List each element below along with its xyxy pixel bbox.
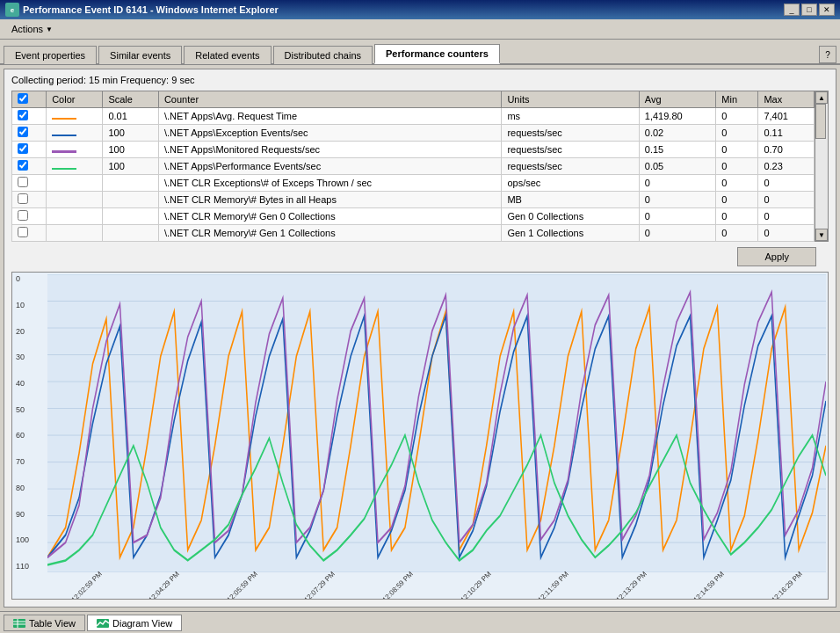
select-all-checkbox[interactable] [18,93,28,104]
x-axis-label: 12:14:59 PM [692,570,726,600]
window-title: Performance Event ID 6141 - Windows Inte… [23,4,279,15]
row-checkbox-5[interactable] [18,193,28,204]
cell-counter-1: \.NET Apps\Exception Events/sec [158,125,501,142]
bottom-tab-diagram-view[interactable]: Diagram View [87,615,182,631]
row-checkbox-7[interactable] [18,227,28,237]
row-checkbox-1[interactable] [18,127,28,137]
cell-counter-4: \.NET CLR Exceptions\# of Exceps Thrown … [158,175,501,192]
counter-table: Color Scale Counter Units Avg Min Max 0.… [11,91,815,242]
x-axis-label: 12:07:29 PM [303,570,337,600]
cell-counter-5: \.NET CLR Memory\# Bytes in all Heaps [158,192,501,208]
scroll-up-button[interactable]: ▲ [815,91,828,104]
tab-event-properties[interactable]: Event properties [4,46,97,64]
table-row: 100\.NET Apps\Exception Events/secreques… [12,125,815,142]
y-axis-label: 90 [16,510,44,519]
cell-units-5: MB [502,192,639,208]
table-row: 100\.NET Apps\Monitored Requests/secrequ… [12,142,815,158]
col-header-units: Units [502,91,639,108]
cell-min-1: 0 [716,125,758,142]
x-axis-label: 12:04:29 PM [148,570,181,600]
col-header-counter: Counter [158,91,501,108]
table-scrollbar: ▲ ▼ [815,91,829,242]
cell-units-2: requests/sec [502,142,639,158]
row-checkbox-4[interactable] [18,177,28,187]
tab-event-properties-label: Event properties [15,50,85,61]
minimize-button[interactable]: _ [784,4,800,16]
cell-scale-2: 100 [103,142,159,158]
chart-area [47,274,826,572]
table-row: \.NET CLR Memory\# Gen 1 CollectionsGen … [12,225,815,242]
table-row: 0.01\.NET Apps\Avg. Request Timems1,419.… [12,108,815,125]
bottom-tabs: Table View Diagram View [0,611,840,633]
cell-counter-7: \.NET CLR Memory\# Gen 1 Collections [158,225,501,242]
y-axis-label: 110 [16,562,44,571]
cell-scale-6 [103,208,159,225]
chart-x-labels: 12:02:59 PM12:04:29 PM12:05:59 PM12:07:2… [47,574,826,599]
cell-avg-1: 0.02 [639,125,715,142]
help-button[interactable]: ? [819,46,836,63]
color-swatch-3 [52,168,76,170]
y-axis-label: 10 [16,301,44,309]
bottom-tab-table-view[interactable]: Table View [4,615,85,631]
col-header-max: Max [758,91,815,108]
maximize-button[interactable]: □ [801,4,817,16]
cell-avg-2: 0.15 [639,142,715,158]
scrollbar-thumb[interactable] [815,104,826,139]
x-axis-label: 12:13:29 PM [614,570,648,600]
cell-units-0: ms [502,108,639,125]
row-checkbox-0[interactable] [18,110,28,120]
color-swatch-2 [52,150,76,153]
cell-scale-3: 100 [103,158,159,175]
cell-max-0: 7,401 [758,108,815,125]
col-header-avg: Avg [639,91,715,108]
apply-button[interactable]: Apply [737,247,816,266]
row-checkbox-3[interactable] [18,160,28,171]
actions-label: Actions [11,24,43,34]
toolbar: Actions ▼ [0,19,840,40]
cell-avg-6: 0 [639,208,715,225]
cell-scale-1: 100 [103,125,159,142]
tab-performance-counters-label: Performance counters [386,48,489,59]
row-checkbox-2[interactable] [18,143,28,154]
cell-min-0: 0 [716,108,758,125]
scroll-down-button[interactable]: ▼ [815,229,828,241]
tab-related-events[interactable]: Related events [184,46,271,64]
cell-max-4: 0 [758,175,815,192]
x-axis-label: 12:05:59 PM [225,570,258,600]
cell-avg-3: 0.05 [639,158,715,175]
cell-counter-0: \.NET Apps\Avg. Request Time [158,108,501,125]
chevron-down-icon: ▼ [46,25,53,33]
col-header-color: Color [47,91,103,108]
cell-scale-4 [103,175,159,192]
y-axis-label: 30 [16,353,44,361]
cell-avg-0: 1,419.80 [639,108,715,125]
x-axis-label: 12:16:29 PM [770,570,803,600]
bottom-tab-table-label: Table View [29,618,76,629]
table-row: 100\.NET Apps\Performance Events/secrequ… [12,158,815,175]
cell-max-3: 0.23 [758,158,815,175]
scrollbar-track [815,104,828,229]
cell-max-7: 0 [758,225,815,242]
table-row: \.NET CLR Memory\# Gen 0 CollectionsGen … [12,208,815,225]
title-bar: e Performance Event ID 6141 - Windows In… [0,0,840,19]
tab-similar-events[interactable]: Similar events [98,46,182,64]
x-axis-label: 12:10:29 PM [459,570,492,600]
actions-button[interactable]: Actions ▼ [4,21,61,37]
window-controls[interactable]: _ □ ✕ [784,4,835,16]
cell-max-5: 0 [758,192,815,208]
main-container: Event properties Similar events Related … [0,40,840,611]
y-axis-label: 50 [16,405,44,414]
row-checkbox-6[interactable] [18,210,28,221]
cell-min-2: 0 [716,142,758,158]
cell-units-1: requests/sec [502,125,639,142]
chart-y-axis: 1101009080706050403020100 [12,273,47,572]
y-axis-label: 40 [16,379,44,388]
svg-rect-12 [13,619,25,628]
y-axis-label: 0 [16,274,44,283]
table-row: \.NET CLR Memory\# Bytes in all HeapsMB0… [12,192,815,208]
tab-performance-counters[interactable]: Performance counters [374,44,500,64]
tab-distributed-chains[interactable]: Distributed chains [273,46,373,64]
cell-units-3: requests/sec [502,158,639,175]
close-button[interactable]: ✕ [819,4,835,16]
cell-counter-6: \.NET CLR Memory\# Gen 0 Collections [158,208,501,225]
